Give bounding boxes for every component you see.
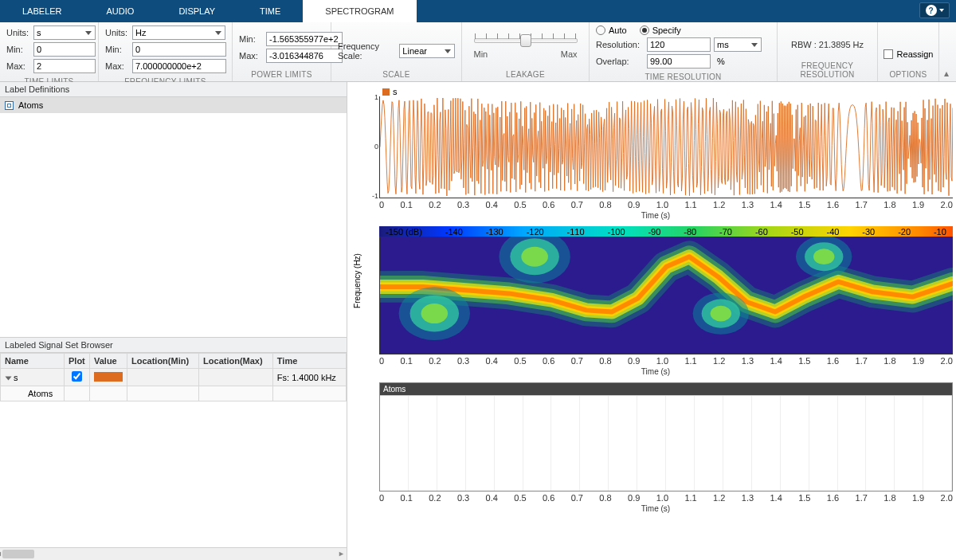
col-plot[interactable]: Plot	[65, 354, 90, 369]
expand-icon[interactable]	[6, 376, 12, 380]
freq-scale-select[interactable]: Linear	[399, 44, 455, 58]
x-axis-label: Time (s)	[358, 367, 953, 376]
waveform-chart: s 1 0 -1 00.10.20.30.40.50.60.70.80.91.0…	[358, 87, 953, 220]
freq-resolution-section: RBW : 21.3895 Hz FREQUENCY RESOLUTION	[778, 22, 878, 81]
max-label: Max:	[239, 51, 263, 61]
col-locmin[interactable]: Location(Min)	[127, 354, 199, 369]
help-button[interactable]: ?	[919, 2, 950, 18]
label-def-blank	[0, 113, 347, 337]
col-name[interactable]: Name	[1, 354, 65, 369]
legend-swatch	[382, 88, 390, 96]
spectrogram-chart: -150 (dB)-140-130-120-110-100-90-80-70-6…	[358, 226, 953, 376]
slider-min-label: Min	[474, 49, 488, 59]
svg-point-11	[813, 249, 834, 264]
help-icon: ?	[926, 5, 937, 16]
tab-labeler[interactable]: LABELER	[0, 0, 84, 22]
section-label: OPTIONS	[889, 69, 927, 81]
tab-display[interactable]: DISPLAY	[156, 0, 237, 22]
scroll-handle[interactable]	[2, 550, 34, 558]
main-tabstrip: LABELER AUDIO DISPLAY TIME SPECTROGRAM ?	[0, 0, 956, 22]
panel-title: Label Definitions	[0, 82, 347, 97]
chevron-down-icon	[939, 9, 944, 12]
reassign-checkbox[interactable]	[884, 49, 893, 59]
max-label: Max:	[6, 61, 30, 71]
spectrogram-svg	[380, 237, 953, 354]
spectrogram-axes[interactable]: 0 200 400 600	[379, 237, 953, 354]
x-ticks: 00.10.20.30.40.50.60.70.80.91.01.11.21.3…	[379, 356, 953, 366]
freq-min-input[interactable]	[132, 42, 226, 57]
min-label: Min:	[6, 45, 30, 54]
section-label: POWER LIMITS	[239, 69, 324, 81]
legend-label: s	[393, 87, 398, 96]
power-limits-section: Min: Max: POWER LIMITS	[233, 22, 331, 81]
signal-table: Name Plot Value Location(Min) Location(M…	[0, 353, 347, 401]
overlap-label: Overlap:	[596, 57, 644, 66]
resolution-label: Resolution:	[596, 40, 644, 49]
col-time[interactable]: Time	[272, 354, 346, 369]
scale-section: Frequency Scale: Linear SCALE	[331, 22, 462, 81]
tab-audio[interactable]: AUDIO	[84, 0, 157, 22]
plot-area: s 1 0 -1 00.10.20.30.40.50.60.70.80.91.0…	[347, 82, 956, 560]
svg-point-2	[421, 303, 449, 323]
scroll-right-icon[interactable]: ►	[338, 550, 345, 558]
section-label: FREQUENCY RESOLUTION	[784, 60, 871, 81]
max-label: Max:	[105, 61, 129, 71]
col-value[interactable]: Value	[90, 354, 127, 369]
main-content: Label Definitions Atoms Labeled Signal S…	[0, 82, 956, 560]
units-label: Units:	[105, 28, 129, 37]
freq-units-select[interactable]: Hz	[132, 25, 225, 40]
atoms-axes[interactable]: Atoms	[379, 382, 953, 491]
label-definitions-panel: Label Definitions Atoms	[0, 82, 347, 337]
time-cell: Fs: 1.4000 kHz	[272, 369, 346, 386]
options-section: Reassign OPTIONS	[878, 22, 938, 81]
tab-spectrogram[interactable]: SPECTROGRAM	[303, 0, 416, 22]
table-row[interactable]: Atoms	[1, 386, 347, 401]
time-units-select[interactable]: s	[33, 25, 96, 40]
toolstrip: Units:s Min: Max: TIME LIMITS Units:Hz M…	[0, 22, 956, 82]
atoms-chart: Atoms 00.10.20.30.40.50.60.70.80.91.01.1…	[358, 382, 953, 513]
label-def-name: Atoms	[18, 100, 43, 110]
specify-radio[interactable]: Specify	[640, 25, 681, 35]
roi-icon	[5, 101, 14, 110]
leakage-slider[interactable]	[474, 38, 578, 43]
collapse-toolstrip-button[interactable]: ▴	[938, 22, 953, 81]
colorbar: -150 (dB)-140-130-120-110-100-90-80-70-6…	[379, 226, 953, 237]
time-limits-section: Units:s Min: Max: TIME LIMITS	[0, 22, 99, 81]
col-locmax[interactable]: Location(Max)	[199, 354, 273, 369]
chevron-up-icon: ▴	[944, 68, 949, 81]
left-column: Label Definitions Atoms Labeled Signal S…	[0, 82, 347, 560]
time-max-input[interactable]	[33, 59, 96, 73]
x-axis-label: Time (s)	[358, 211, 953, 220]
min-label: Min:	[239, 34, 263, 44]
units-label: Units:	[6, 28, 30, 37]
y-axis-label: Frequency (Hz)	[353, 253, 362, 308]
time-min-input[interactable]	[33, 42, 96, 57]
table-row[interactable]: s Fs: 1.4000 kHz	[1, 369, 347, 386]
waveform-svg	[380, 96, 953, 198]
waveform-axes[interactable]: 1 0 -1	[379, 96, 953, 198]
scale-label: Frequency Scale:	[338, 41, 396, 61]
svg-point-8	[711, 306, 731, 322]
table-header-row: Name Plot Value Location(Min) Location(M…	[1, 354, 347, 369]
rbw-value: RBW : 21.3895 Hz	[791, 40, 864, 60]
freq-max-input[interactable]	[132, 59, 226, 73]
atoms-header: Atoms	[380, 383, 952, 395]
time-resolution-section: Auto Specify Resolution:ms Overlap:% TIM…	[590, 22, 778, 81]
panel-title: Labeled Signal Set Browser	[0, 338, 347, 353]
x-ticks: 00.10.20.30.40.50.60.70.80.91.01.11.21.3…	[379, 200, 953, 210]
reassign-label: Reassign	[897, 49, 934, 59]
tab-time[interactable]: TIME	[237, 0, 303, 22]
leakage-section: MinMax LEAKAGE	[462, 22, 590, 81]
horizontal-scrollbar[interactable]: ◄ ►	[0, 547, 347, 560]
value-swatch	[94, 372, 123, 382]
x-ticks: 00.10.20.30.40.50.60.70.80.91.01.11.21.3…	[379, 493, 953, 503]
plot-checkbox[interactable]	[72, 371, 82, 382]
section-label: LEAKAGE	[506, 69, 545, 81]
overlap-input[interactable]	[647, 54, 711, 69]
overlap-unit: %	[717, 57, 725, 66]
resolution-unit-select[interactable]: ms	[714, 37, 762, 52]
resolution-input[interactable]	[647, 37, 711, 52]
label-def-item-atoms[interactable]: Atoms	[0, 97, 347, 113]
slider-thumb[interactable]	[520, 34, 531, 47]
auto-radio[interactable]: Auto	[596, 25, 627, 35]
